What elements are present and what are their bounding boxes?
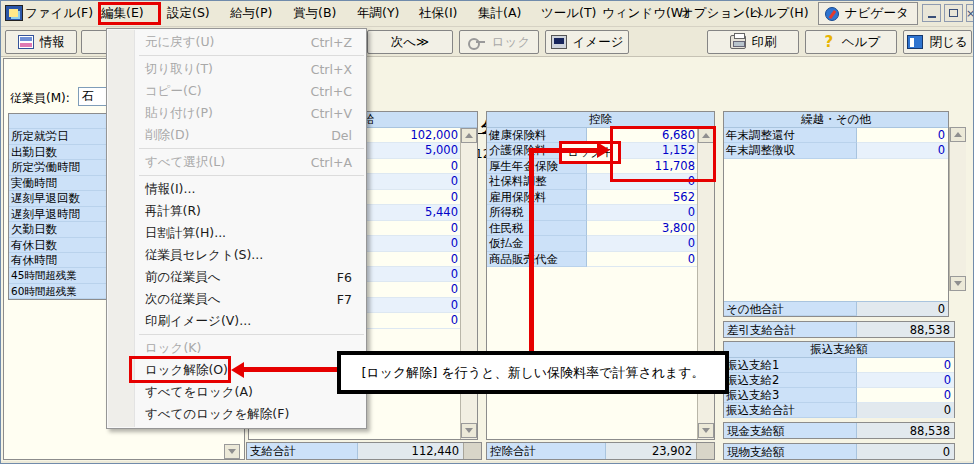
menu-item-lock-all[interactable]: すべてをロック(A) (107, 381, 366, 403)
menu-tools[interactable]: ツール(T) (541, 5, 596, 22)
carryover-scrollbar[interactable] (949, 127, 966, 291)
deduction-row[interactable]: 仮払金0 (487, 236, 698, 251)
carryover-row[interactable]: 年末調整徴収0 (724, 143, 948, 158)
payment-value[interactable]: 0 (366, 174, 461, 189)
restore-button[interactable] (944, 4, 963, 22)
carryover-value[interactable]: 0 (857, 143, 948, 158)
deduction-row[interactable]: 住民税3,800 (487, 221, 698, 236)
menu-help[interactable]: ヘルプ(H) (751, 5, 809, 22)
payment-value[interactable]: 102,000 (366, 128, 461, 143)
transfer-row[interactable]: 振込支給10 (724, 358, 954, 373)
attendance-row[interactable]: 所定就労日 (9, 129, 112, 144)
annotation-line-left (244, 367, 337, 372)
menu-item-unlock-all[interactable]: すべてのロックを解除(F) (107, 403, 366, 425)
deduction-row[interactable]: 所得税0 (487, 205, 698, 220)
menu-file[interactable]: ファイル(F) (25, 5, 93, 22)
scroll-down-button[interactable] (950, 276, 966, 291)
scroll-down-button[interactable] (224, 444, 240, 459)
triangle-down-icon (702, 428, 710, 433)
menu-item-copy[interactable]: コピー(C)Ctrl+C (107, 80, 366, 102)
scroll-down-button[interactable] (461, 423, 477, 438)
deduction-value[interactable]: 0 (587, 205, 698, 220)
deduction-row[interactable]: 雇用保険料562 (487, 190, 698, 205)
menu-bonus[interactable]: 賞与(B) (293, 5, 336, 22)
payment-value[interactable]: 0 (366, 159, 461, 174)
close-window-button[interactable]: × (966, 4, 974, 22)
menu-separator (139, 55, 364, 56)
attendance-row[interactable]: 出勤日数 (9, 145, 112, 160)
payment-value[interactable]: 0 (366, 282, 461, 297)
payment-value[interactable]: 0 (366, 267, 461, 282)
menu-item-delete[interactable]: 削除(D)Del (107, 124, 366, 146)
payment-value[interactable]: 0 (366, 221, 461, 236)
payment-value[interactable]: 0 (366, 190, 461, 205)
payment-value[interactable]: 0 (366, 236, 461, 251)
deduction-value[interactable]: 3,800 (587, 221, 698, 236)
attendance-row[interactable]: 有休時間 (9, 253, 112, 268)
menu-yearadj[interactable]: 年調(Y) (357, 5, 399, 22)
transfer-value[interactable]: 0 (857, 388, 954, 403)
menu-item-select-all[interactable]: すべて選択(L)Ctrl+A (107, 151, 366, 173)
attendance-row[interactable]: 遅刻早退時間 (9, 207, 112, 222)
lock-button[interactable]: ロック (459, 30, 539, 54)
deduction-value[interactable]: 0 (587, 236, 698, 251)
info-button[interactable]: 情報 (5, 30, 77, 54)
transfer-total-value: 0 (857, 403, 954, 418)
menu-item-next-employee[interactable]: 次の従業員へF7 (107, 288, 366, 310)
menu-salary[interactable]: 給与(P) (230, 5, 272, 22)
transfer-value[interactable]: 0 (857, 358, 954, 373)
scroll-up-button[interactable] (461, 128, 477, 143)
payment-value[interactable]: 0 (366, 313, 461, 328)
menu-aggregate[interactable]: 集計(A) (478, 5, 521, 22)
attendance-row[interactable]: 所定労働時間 (9, 160, 112, 175)
payment-value[interactable]: 5,000 (366, 143, 461, 158)
deduction-total-label: 控除合計 (487, 443, 606, 459)
minimize-button[interactable] (922, 4, 941, 22)
navigator-button[interactable]: ナビゲータ (818, 2, 918, 25)
attendance-row[interactable]: 有休日数 (9, 238, 112, 253)
payment-value[interactable]: 0 (366, 252, 461, 267)
menu-settings[interactable]: 設定(S) (167, 5, 210, 22)
attendance-row[interactable]: 欠勤日数 (9, 222, 112, 237)
print-button[interactable]: 印刷 (707, 30, 799, 54)
attendance-row[interactable]: 遅刻早退回数 (9, 191, 112, 206)
menu-window[interactable]: ウィンドウ(W) (602, 5, 688, 22)
cash-pay-label: 現金支給額 (724, 423, 857, 438)
menu-socialins[interactable]: 社保(I) (419, 5, 457, 22)
menu-item-prev-employee[interactable]: 前の従業員へF6 (107, 266, 366, 288)
transfer-row[interactable]: 振込支給20 (724, 373, 954, 388)
transfer-value[interactable]: 0 (857, 373, 954, 388)
close-button[interactable]: 閉じる (903, 30, 972, 54)
help-button[interactable]: ? ヘルプ (805, 30, 897, 54)
deduction-value[interactable]: 562 (587, 190, 698, 205)
deduction-value[interactable]: 0 (587, 252, 698, 267)
image-button[interactable]: イメージ (545, 30, 629, 54)
menu-item-print-image[interactable]: 印刷イメージ(V)... (107, 310, 366, 332)
carryover-value[interactable]: 0 (857, 128, 948, 143)
attendance-row[interactable]: 60時間超残業 (9, 284, 112, 299)
payment-total-label: 支給合計 (247, 443, 358, 459)
menu-item-recalculate[interactable]: 再計算(R) (107, 200, 366, 222)
carryover-pane: 繰越・その他 年末調整還付0 年末調整徴収0 その他合計 0 (723, 111, 949, 317)
transfer-row[interactable]: 振込支給30 (724, 388, 954, 403)
attendance-row[interactable]: 45時間超残業 (9, 268, 112, 283)
menu-item-info[interactable]: 情報(I)... (107, 178, 366, 200)
payment-value[interactable]: 5,440 (366, 205, 461, 220)
attendance-row[interactable]: 実働時間 (9, 176, 112, 191)
lock-label: ロック (492, 34, 530, 51)
menu-item-cut[interactable]: 切り取り(T)Ctrl+X (107, 58, 366, 80)
menu-item-daily-calc[interactable]: 日割計算(H)... (107, 222, 366, 244)
menu-item-undo[interactable]: 元に戻す(U)Ctrl+Z (107, 31, 366, 53)
menu-item-employee-select[interactable]: 従業員セレクト(S)... (107, 244, 366, 266)
restore-icon (949, 9, 958, 17)
scrollbar-corner (696, 443, 714, 459)
scroll-down-button[interactable] (698, 423, 714, 438)
deduction-row[interactable]: 商品販売代金0 (487, 252, 698, 267)
menu-options[interactable]: オプション(L) (681, 5, 762, 22)
book-icon (907, 35, 923, 49)
menu-item-paste[interactable]: 貼り付け(P)Ctrl+V (107, 102, 366, 124)
payment-value[interactable]: 0 (366, 298, 461, 313)
carryover-row[interactable]: 年末調整還付0 (724, 128, 948, 143)
scroll-up-button[interactable] (950, 127, 966, 142)
next-button[interactable]: 次へ≫ (367, 30, 453, 54)
